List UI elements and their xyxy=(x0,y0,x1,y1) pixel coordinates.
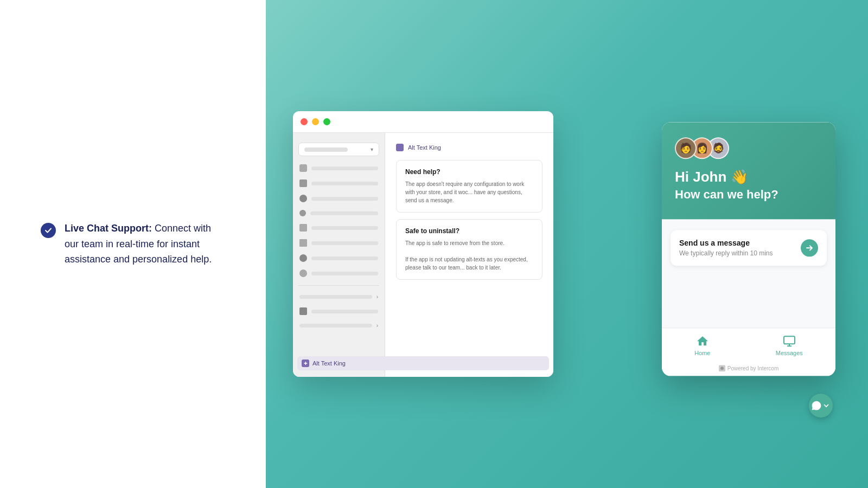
orders-icon xyxy=(299,179,307,187)
minimize-dot[interactable] xyxy=(312,118,319,125)
footer-messages-label: Messages xyxy=(776,350,803,356)
sidebar-expandable-2[interactable]: › xyxy=(293,319,385,332)
faq-card-1: Need help? The app doesn't require any c… xyxy=(396,160,542,213)
sidebar-item-home[interactable] xyxy=(293,160,385,176)
nav-label xyxy=(311,241,378,245)
chat-avatars: 🧑 👩 🧔 xyxy=(675,137,822,159)
faq-title-1: Need help? xyxy=(405,168,533,176)
avatar-1: 🧑 xyxy=(675,137,697,159)
sidebar-item-analytics[interactable] xyxy=(293,235,385,251)
chevron-down-icon xyxy=(822,401,831,410)
nav-label xyxy=(311,226,378,230)
chat-header: 🧑 👩 🧔 Hi John 👋 How can we help? xyxy=(662,122,835,219)
nav-label xyxy=(311,310,378,313)
send-message-subtitle: We typically reply within 10 mins xyxy=(679,249,801,257)
sidebar-item-customers[interactable] xyxy=(293,206,385,220)
send-message-info: Send us a message We typically reply wit… xyxy=(679,239,801,257)
sidebar-app-item[interactable] xyxy=(293,304,385,319)
expand-arrow-icon: › xyxy=(376,294,378,300)
home-icon xyxy=(696,335,709,348)
app-main-content: Alt Text King Need help? The app doesn't… xyxy=(385,133,553,377)
app-label-text: Alt Text King xyxy=(312,360,346,367)
chat-bubble-button[interactable] xyxy=(809,394,833,418)
feature-bold: Live Chat Support: xyxy=(65,223,152,234)
marketing-icon xyxy=(299,254,307,262)
close-dot[interactable] xyxy=(301,118,308,125)
svg-point-2 xyxy=(720,367,724,370)
messages-icon xyxy=(783,335,796,348)
chat-bubble-icon xyxy=(811,400,822,411)
browser-window: ▾ xyxy=(293,111,553,377)
faq-body-1: The app doesn't require any configuratio… xyxy=(405,180,533,204)
faq-body-2: The app is safe to remove from the store… xyxy=(405,239,533,272)
chat-footer: Home Messages xyxy=(662,328,835,361)
sidebar-item-orders[interactable] xyxy=(293,176,385,191)
dropdown-arrow-icon: ▾ xyxy=(371,146,373,152)
faq-title-2: Safe to uninstall? xyxy=(405,227,533,235)
app-label-icon: ✚ xyxy=(302,359,309,367)
sidebar-item-marketing[interactable] xyxy=(293,251,385,266)
send-message-button[interactable] xyxy=(801,239,818,256)
nav-label xyxy=(311,256,378,260)
sidebar-item-discounts[interactable] xyxy=(293,266,385,281)
app-title: Alt Text King xyxy=(408,144,441,151)
chat-greeting-hi: Hi John 👋 xyxy=(675,169,822,185)
footer-home-label: Home xyxy=(694,350,710,356)
app-sidebar: ▾ xyxy=(293,133,385,377)
dropdown-placeholder xyxy=(304,147,348,152)
app-logo-small xyxy=(396,144,404,151)
nav-label xyxy=(311,272,378,275)
svg-rect-0 xyxy=(784,336,795,344)
home-icon xyxy=(299,164,307,172)
nav-label xyxy=(310,211,378,215)
nav-label xyxy=(311,197,378,201)
footer-messages-button[interactable]: Messages xyxy=(776,335,803,356)
browser-content: ▾ xyxy=(293,133,553,377)
intercom-icon xyxy=(719,365,725,371)
expand-arrow-icon: › xyxy=(376,323,378,329)
check-icon xyxy=(41,223,56,238)
nav-label xyxy=(311,166,378,170)
chat-greeting-sub: How can we help? xyxy=(675,188,822,202)
maximize-dot[interactable] xyxy=(323,118,330,125)
right-panel: ▾ xyxy=(266,0,868,488)
sidebar-item-products[interactable] xyxy=(293,191,385,206)
left-panel: Live Chat Support: Connect with our team… xyxy=(0,0,266,488)
footer-home-button[interactable]: Home xyxy=(694,335,710,356)
send-message-card[interactable]: Send us a message We typically reply wit… xyxy=(671,230,827,266)
products-icon xyxy=(299,195,307,202)
app-active-label[interactable]: ✚ Alt Text King xyxy=(297,356,385,370)
customers-icon xyxy=(299,210,306,216)
sidebar-expandable-1[interactable]: › xyxy=(293,290,385,304)
nav-label xyxy=(299,324,372,328)
app-icon xyxy=(299,307,307,315)
nav-label xyxy=(299,295,372,299)
faq-card-2: Safe to uninstall? The app is safe to re… xyxy=(396,219,542,280)
content-icon xyxy=(299,224,307,232)
app-topbar: Alt Text King xyxy=(396,144,542,151)
powered-by: Powered by Intercom xyxy=(662,361,835,376)
chat-body: Send us a message We typically reply wit… xyxy=(662,219,835,328)
analytics-icon xyxy=(299,239,307,247)
nav-label xyxy=(311,182,378,185)
send-message-title: Send us a message xyxy=(679,239,801,247)
chat-widget: 🧑 👩 🧔 Hi John 👋 How can we help? Send us… xyxy=(662,122,835,376)
store-dropdown[interactable]: ▾ xyxy=(298,143,379,156)
browser-titlebar xyxy=(293,111,553,133)
discounts-icon xyxy=(299,269,307,277)
feature-item: Live Chat Support: Connect with our team… xyxy=(30,210,236,278)
feature-description: Live Chat Support: Connect with our team… xyxy=(65,221,225,267)
sidebar-item-content[interactable] xyxy=(293,220,385,235)
